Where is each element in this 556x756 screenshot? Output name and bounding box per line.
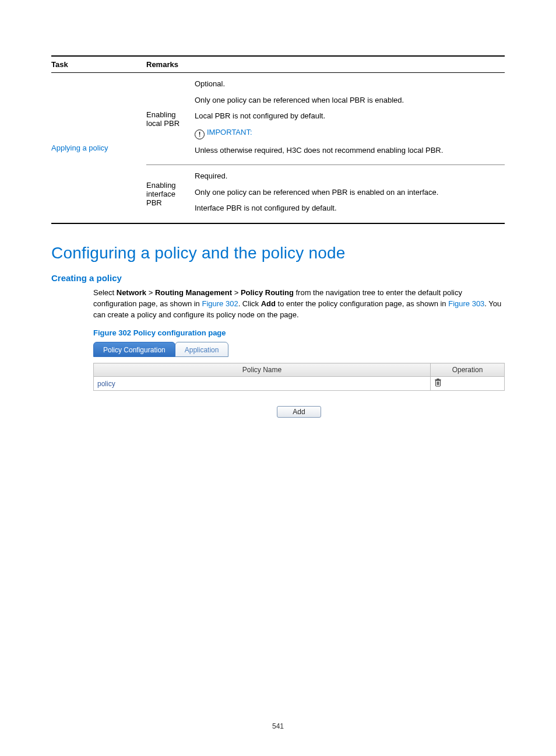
remark-body-interface: Required. Only one policy can be referen… (195, 165, 505, 223)
figure-303-link[interactable]: Figure 303 (448, 299, 484, 308)
policy-name-cell: policy (94, 377, 431, 391)
body-paragraph: Select Network > Routing Management > Po… (93, 288, 505, 321)
subsection-title: Creating a policy (51, 273, 505, 283)
applying-policy-link[interactable]: Applying a policy (51, 144, 108, 152)
tabs-row: Policy Configuration Application (93, 341, 505, 357)
figure-302: Policy Configuration Application Policy … (93, 341, 505, 418)
svg-rect-5 (437, 379, 439, 380)
trash-icon[interactable] (434, 379, 442, 388)
important-label: !IMPORTANT: (195, 127, 500, 139)
operation-header: Operation (431, 363, 505, 377)
remark-text: Optional. (195, 79, 500, 89)
figure-302-link[interactable]: Figure 302 (202, 299, 238, 308)
task-table: Task Remarks Applying a policy Enabling … (51, 55, 505, 224)
remark-text: Local PBR is not configured by default. (195, 111, 500, 121)
remark-text: Required. (195, 171, 500, 181)
table-row: policy (94, 377, 505, 391)
remark-title-local: Enabling local PBR (146, 73, 195, 165)
remarks-header: Remarks (146, 56, 505, 73)
tab-policy-configuration[interactable]: Policy Configuration (93, 342, 175, 357)
policy-name-header: Policy Name (94, 363, 431, 377)
task-cell: Applying a policy (51, 73, 146, 223)
tab-application[interactable]: Application (175, 342, 229, 357)
section-title: Configuring a policy and the policy node (51, 244, 505, 262)
page-number: 541 (0, 722, 556, 730)
remark-text: Interface PBR is not configured by defau… (195, 203, 500, 214)
policy-table: Policy Name Operation policy (93, 363, 505, 391)
remark-text: Only one policy can be referenced when l… (195, 95, 500, 106)
important-icon: ! (195, 130, 205, 139)
svg-rect-4 (435, 380, 441, 381)
remark-body-local: Optional. Only one policy can be referen… (195, 73, 505, 165)
remark-title-interface: Enabling interface PBR (146, 165, 195, 223)
operation-cell (431, 377, 505, 391)
task-header: Task (51, 56, 146, 73)
add-button[interactable]: Add (277, 406, 321, 418)
remark-text: Unless otherwise required, H3C does not … (195, 145, 500, 156)
figure-caption: Figure 302 Policy configuration page (93, 328, 505, 337)
remark-text: Only one policy can be referenced when P… (195, 187, 500, 198)
